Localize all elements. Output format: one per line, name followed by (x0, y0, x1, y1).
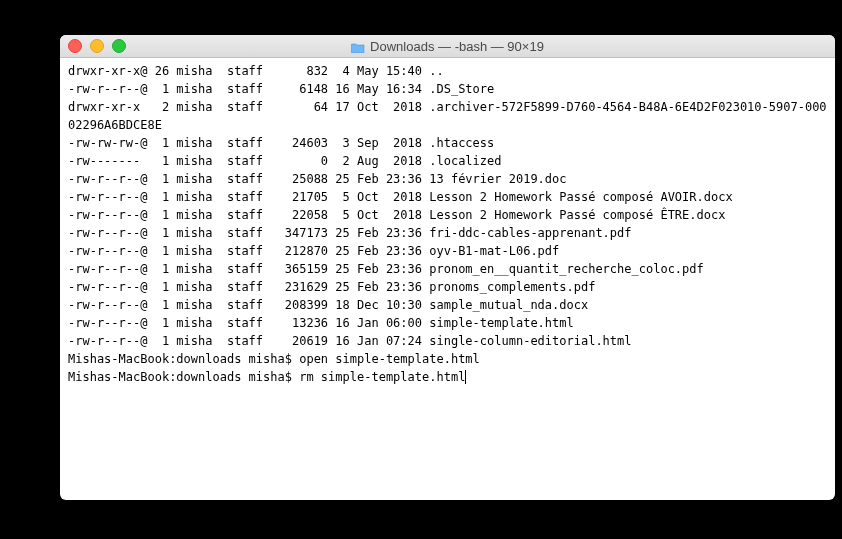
terminal-window: Downloads — -bash — 90×19 drwxr-xr-x@ 26… (60, 35, 835, 500)
prompt-line[interactable]: Mishas-MacBook:downloads misha$ open sim… (68, 350, 827, 368)
traffic-lights (60, 39, 126, 53)
ls-row: -rw-r--r--@ 1 misha staff 231629 25 Feb … (68, 278, 827, 296)
ls-row: -rw-r--r--@ 1 misha staff 208399 18 Dec … (68, 296, 827, 314)
close-icon[interactable] (68, 39, 82, 53)
ls-row: -rw------- 1 misha staff 0 2 Aug 2018 .l… (68, 152, 827, 170)
ls-row: -rw-r--r--@ 1 misha staff 347173 25 Feb … (68, 224, 827, 242)
zoom-icon[interactable] (112, 39, 126, 53)
ls-row: drwxr-xr-x 2 misha staff 64 17 Oct 2018 … (68, 98, 827, 134)
ls-row: drwxr-xr-x@ 26 misha staff 832 4 May 15:… (68, 62, 827, 80)
ls-row: -rw-rw-rw-@ 1 misha staff 24603 3 Sep 20… (68, 134, 827, 152)
text-cursor (465, 370, 466, 384)
ls-row: -rw-r--r--@ 1 misha staff 22058 5 Oct 20… (68, 206, 827, 224)
ls-row: -rw-r--r--@ 1 misha staff 6148 16 May 16… (68, 80, 827, 98)
prompt-line[interactable]: Mishas-MacBook:downloads misha$ rm simpl… (68, 368, 827, 386)
minimize-icon[interactable] (90, 39, 104, 53)
ls-row: -rw-r--r--@ 1 misha staff 13236 16 Jan 0… (68, 314, 827, 332)
ls-row: -rw-r--r--@ 1 misha staff 25088 25 Feb 2… (68, 170, 827, 188)
titlebar[interactable]: Downloads — -bash — 90×19 (60, 35, 835, 58)
window-title: Downloads — -bash — 90×19 (60, 39, 835, 54)
folder-icon (351, 41, 365, 52)
ls-row: -rw-r--r--@ 1 misha staff 20619 16 Jan 0… (68, 332, 827, 350)
terminal-body[interactable]: drwxr-xr-x@ 26 misha staff 832 4 May 15:… (60, 58, 835, 500)
window-title-text: Downloads — -bash — 90×19 (370, 39, 544, 54)
ls-row: -rw-r--r--@ 1 misha staff 365159 25 Feb … (68, 260, 827, 278)
ls-row: -rw-r--r--@ 1 misha staff 21705 5 Oct 20… (68, 188, 827, 206)
ls-row: -rw-r--r--@ 1 misha staff 212870 25 Feb … (68, 242, 827, 260)
